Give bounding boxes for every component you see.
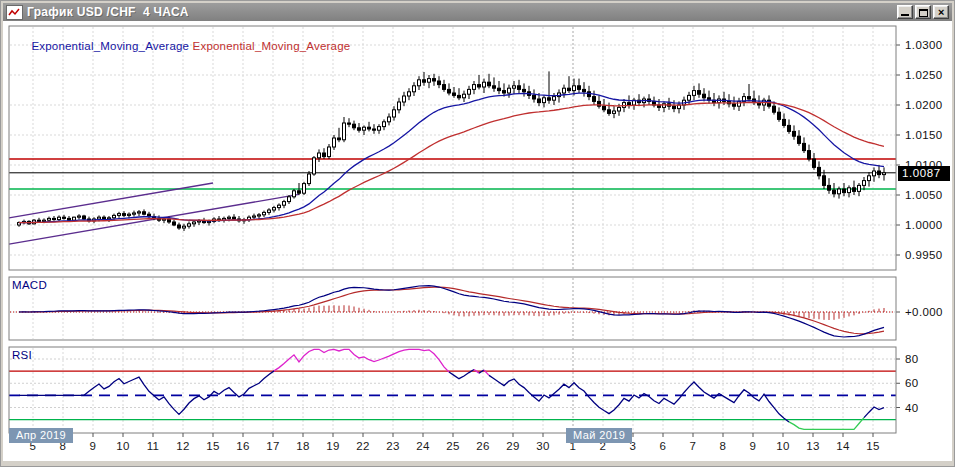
- svg-text:60: 60: [905, 377, 919, 389]
- close-icon: ×: [938, 6, 944, 18]
- time-axis: 5891011121516171819222324252629301236789…: [30, 433, 880, 452]
- svg-text:0.9950: 0.9950: [905, 249, 943, 261]
- indicator-legend: Exponential_Moving_Average Exponential_M…: [11, 28, 350, 64]
- mini-chart-glyph: [8, 7, 21, 18]
- svg-text:22: 22: [356, 440, 370, 452]
- svg-text:9: 9: [90, 440, 97, 452]
- svg-text:8: 8: [720, 440, 727, 452]
- svg-text:16: 16: [236, 440, 250, 452]
- svg-text:9: 9: [750, 440, 757, 452]
- svg-text:23: 23: [386, 440, 400, 452]
- svg-text:26: 26: [476, 440, 490, 452]
- app-window: График USD /CHF 4 ЧАСА × 1.03001.02501.0…: [0, 0, 955, 467]
- chart-content: 1.03001.02501.02001.01501.01001.00501.00…: [3, 21, 952, 461]
- minimize-icon: [901, 14, 909, 16]
- macd-panel-label: MACD: [12, 279, 47, 291]
- svg-text:13: 13: [806, 440, 820, 452]
- svg-text:1.0300: 1.0300: [905, 39, 943, 51]
- svg-text:1.0050: 1.0050: [905, 189, 943, 201]
- svg-text:24: 24: [416, 440, 430, 452]
- title-bar[interactable]: График USD /CHF 4 ЧАСА ×: [3, 3, 952, 21]
- svg-text:+0.000: +0.000: [905, 306, 943, 318]
- legend-ema-fast: Exponential_Moving_Average: [31, 40, 189, 52]
- svg-text:11: 11: [147, 440, 160, 452]
- svg-text:10: 10: [776, 440, 790, 452]
- svg-text:25: 25: [446, 440, 460, 452]
- window-title: График USD /CHF 4 ЧАСА: [27, 5, 189, 19]
- svg-text:19: 19: [326, 440, 340, 452]
- svg-text:14: 14: [836, 440, 850, 452]
- close-button[interactable]: ×: [933, 5, 949, 19]
- svg-text:80: 80: [905, 353, 919, 365]
- svg-text:1.0200: 1.0200: [905, 99, 943, 111]
- window-controls: ×: [897, 5, 952, 19]
- svg-text:40: 40: [905, 402, 919, 414]
- svg-text:15: 15: [206, 440, 220, 452]
- svg-text:12: 12: [176, 440, 190, 452]
- svg-text:7: 7: [690, 440, 697, 452]
- maximize-icon: [919, 9, 928, 17]
- svg-text:18: 18: [296, 440, 310, 452]
- maximize-button[interactable]: [915, 5, 931, 19]
- svg-text:29: 29: [506, 440, 520, 452]
- svg-text:15: 15: [866, 440, 880, 452]
- svg-text:17: 17: [266, 440, 280, 452]
- svg-text:10: 10: [116, 440, 130, 452]
- legend-ema-slow: Exponential_Moving_Average: [193, 40, 351, 52]
- svg-text:1.0250: 1.0250: [905, 69, 943, 81]
- month-box-may: Май 2019: [566, 428, 632, 443]
- minimize-button[interactable]: [897, 5, 913, 19]
- svg-text:1.0150: 1.0150: [905, 129, 943, 141]
- svg-text:6: 6: [660, 440, 667, 452]
- rsi-panel-label: RSI: [12, 349, 32, 361]
- svg-text:30: 30: [536, 440, 550, 452]
- chart-canvas[interactable]: 1.03001.02501.02001.01501.01001.00501.00…: [3, 21, 954, 463]
- month-box-april: Апр 2019: [9, 428, 73, 443]
- current-price-badge: 1.0087: [898, 166, 950, 181]
- price-axis: 1.03001.02501.02001.01501.01001.00501.00…: [896, 39, 943, 414]
- svg-text:1.0000: 1.0000: [905, 219, 943, 231]
- chart-window-icon: [6, 5, 23, 20]
